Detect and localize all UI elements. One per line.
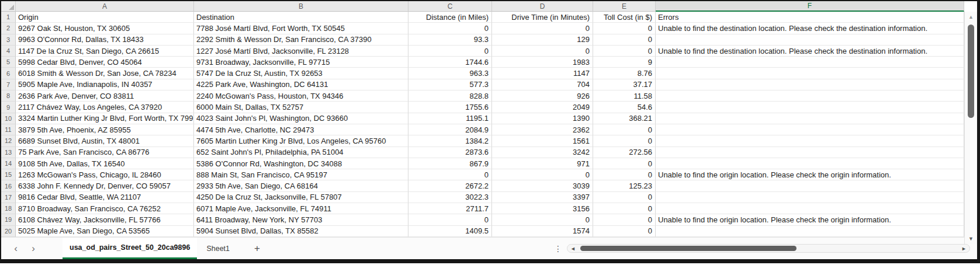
cell-A7[interactable]: 5905 Maple Ave, Indianapolis, IN 40357 bbox=[16, 79, 194, 90]
cell-E18[interactable]: 0 bbox=[593, 203, 656, 214]
col-header-D[interactable]: D bbox=[492, 1, 593, 12]
cell-D20[interactable]: 1574 bbox=[492, 226, 593, 237]
scroll-up-icon[interactable]: ▲ bbox=[965, 14, 977, 20]
cell-B11[interactable]: 4474 5th Ave, Charlotte, NC 29473 bbox=[194, 124, 408, 135]
header-cell-B1[interactable]: Destination bbox=[194, 12, 408, 23]
cell-C2[interactable]: 0 bbox=[408, 23, 492, 34]
col-header-A[interactable]: A bbox=[16, 1, 194, 12]
cell-B2[interactable]: 7788 José Martí Blvd, Fort Worth, TX 505… bbox=[194, 23, 408, 34]
cell-B8[interactable]: 2240 McGowan's Pass, Houston, TX 94346 bbox=[194, 90, 408, 102]
vertical-scrollbar[interactable]: ▲ ▼ bbox=[964, 12, 977, 244]
cell-A12[interactable]: 6689 Sunset Blvd, Austin, TX 48001 bbox=[16, 135, 194, 147]
cell-B12[interactable]: 7605 Martin Luther King Jr Blvd, Los Ang… bbox=[194, 135, 408, 147]
cell-D15[interactable]: 0 bbox=[492, 169, 593, 180]
cell-C5[interactable]: 1744.6 bbox=[408, 57, 492, 68]
cell-A10[interactable]: 3324 Martin Luther King Jr Blvd, Fort Wo… bbox=[16, 113, 194, 124]
cell-B17[interactable]: 4250 De la Cruz St, Jacksonville, FL 578… bbox=[194, 192, 408, 203]
row-number-14[interactable]: 14 bbox=[1, 158, 16, 169]
cell-D3[interactable]: 129 bbox=[492, 34, 593, 46]
cell-B3[interactable]: 2292 Smith & Wesson Dr, San Francisco, C… bbox=[194, 34, 408, 46]
sheet1-tab[interactable]: Sheet1 bbox=[197, 245, 239, 253]
cell-C20[interactable]: 1409.5 bbox=[408, 226, 492, 237]
cell-F13[interactable] bbox=[656, 147, 964, 158]
cell-F10[interactable] bbox=[656, 113, 964, 124]
cell-E7[interactable]: 37.17 bbox=[593, 79, 656, 90]
cell-C15[interactable]: 0 bbox=[408, 169, 492, 180]
cell-E11[interactable]: 0 bbox=[593, 124, 656, 135]
cell-C17[interactable]: 3022.3 bbox=[408, 192, 492, 203]
cell-A2[interactable]: 9267 Oak St, Houston, TX 30605 bbox=[16, 23, 194, 34]
cell-A14[interactable]: 9108 5th Ave, Dallas, TX 16540 bbox=[16, 158, 194, 169]
row-number-12[interactable]: 12 bbox=[1, 135, 16, 147]
cell-D10[interactable]: 1390 bbox=[492, 113, 593, 124]
cell-F6[interactable] bbox=[656, 68, 964, 79]
cell-D9[interactable]: 2049 bbox=[492, 102, 593, 113]
row-number-16[interactable]: 16 bbox=[1, 180, 16, 191]
cell-D11[interactable]: 2362 bbox=[492, 124, 593, 135]
row-number-6[interactable]: 6 bbox=[1, 68, 16, 79]
cell-E8[interactable]: 11.58 bbox=[593, 90, 656, 102]
cell-E2[interactable]: 0 bbox=[593, 23, 656, 34]
cell-B7[interactable]: 4225 Park Ave, Washington, DC 64131 bbox=[194, 79, 408, 90]
scroll-down-icon[interactable]: ▼ bbox=[965, 236, 977, 242]
select-all-corner[interactable] bbox=[1, 1, 16, 12]
header-cell-C1[interactable]: Distance (in Miles) bbox=[408, 12, 492, 23]
col-header-E[interactable]: E bbox=[593, 1, 656, 12]
cell-A20[interactable]: 5025 Maple Ave, San Diego, CA 53565 bbox=[16, 226, 194, 237]
cell-A11[interactable]: 3879 5th Ave, Phoenix, AZ 85955 bbox=[16, 124, 194, 135]
horizontal-scrollbar-thumb[interactable] bbox=[580, 246, 797, 251]
cell-D2[interactable]: 0 bbox=[492, 23, 593, 34]
prev-sheet-icon[interactable]: ‹ bbox=[7, 243, 25, 253]
row-number-8[interactable]: 8 bbox=[1, 90, 16, 102]
cell-A19[interactable]: 6108 Chávez Way, Jacksonville, FL 57766 bbox=[16, 214, 194, 225]
cell-D19[interactable]: 0 bbox=[492, 214, 593, 225]
cell-B16[interactable]: 2933 5th Ave, San Diego, CA 68164 bbox=[194, 180, 408, 191]
cell-F14[interactable] bbox=[656, 158, 964, 169]
cell-E3[interactable]: 0 bbox=[593, 34, 656, 46]
cell-C18[interactable]: 2711.7 bbox=[408, 203, 492, 214]
cell-A8[interactable]: 2636 Park Ave, Denver, CO 83811 bbox=[16, 90, 194, 102]
cell-E14[interactable]: 0 bbox=[593, 158, 656, 169]
cell-B6[interactable]: 5747 De la Cruz St, Austin, TX 92653 bbox=[194, 68, 408, 79]
row-number-7[interactable]: 7 bbox=[1, 79, 16, 90]
header-cell-E1[interactable]: Toll Cost (in $) bbox=[593, 12, 656, 23]
cell-A5[interactable]: 5998 Cedar Blvd, Denver, CO 45064 bbox=[16, 57, 194, 68]
cell-A15[interactable]: 1263 McGowan's Pass, Chicago, IL 28460 bbox=[16, 169, 194, 180]
cell-E15[interactable]: 0 bbox=[593, 169, 656, 180]
cell-F11[interactable] bbox=[656, 124, 964, 135]
header-cell-D1[interactable]: Drive Time (in Minutes) bbox=[492, 12, 593, 23]
col-header-F-selected[interactable]: F bbox=[656, 1, 964, 12]
cell-D13[interactable]: 3242 bbox=[492, 147, 593, 158]
row-number-2[interactable]: 2 bbox=[1, 23, 16, 34]
cell-B14[interactable]: 5386 O'Connor Rd, Washington, DC 34088 bbox=[194, 158, 408, 169]
cell-F3[interactable] bbox=[656, 34, 964, 46]
more-options-icon[interactable]: ⋮ bbox=[554, 244, 562, 253]
cell-E20[interactable]: 0 bbox=[593, 226, 656, 237]
cell-F7[interactable] bbox=[656, 79, 964, 90]
scroll-right-icon[interactable]: ► bbox=[961, 246, 967, 252]
cell-F2[interactable]: Unable to find the destination location.… bbox=[656, 23, 964, 34]
cell-D18[interactable]: 3156 bbox=[492, 203, 593, 214]
active-sheet-tab[interactable]: usa_od_pairs_Street_50_20ca9896 bbox=[63, 238, 197, 259]
cell-B19[interactable]: 6411 Broadway, New York, NY 57703 bbox=[194, 214, 408, 225]
cell-C10[interactable]: 1195.1 bbox=[408, 113, 492, 124]
cell-F17[interactable] bbox=[656, 192, 964, 203]
cell-E19[interactable]: 0 bbox=[593, 214, 656, 225]
next-sheet-icon[interactable]: › bbox=[25, 243, 42, 253]
row-number-9[interactable]: 9 bbox=[1, 102, 16, 113]
row-number-10[interactable]: 10 bbox=[1, 113, 16, 124]
row-number-17[interactable]: 17 bbox=[1, 192, 16, 203]
cell-A17[interactable]: 9816 Cedar Blvd, Seattle, WA 21107 bbox=[16, 192, 194, 203]
cell-D7[interactable]: 704 bbox=[492, 79, 593, 90]
cell-C19[interactable]: 0 bbox=[408, 214, 492, 225]
cell-B15[interactable]: 888 Main St, San Francisco, CA 95197 bbox=[194, 169, 408, 180]
cell-F5[interactable] bbox=[656, 57, 964, 68]
cell-D8[interactable]: 926 bbox=[492, 90, 593, 102]
cell-B13[interactable]: 652 Saint John's Pl, Philadelphia, PA 51… bbox=[194, 147, 408, 158]
row-number-1[interactable]: 1 bbox=[1, 12, 16, 23]
cell-D5[interactable]: 1983 bbox=[492, 57, 593, 68]
add-sheet-button[interactable]: + bbox=[254, 243, 260, 253]
cell-C8[interactable]: 828.8 bbox=[408, 90, 492, 102]
cell-F15[interactable]: Unable to find the origin location. Plea… bbox=[656, 169, 964, 180]
cell-A6[interactable]: 6018 Smith & Wesson Dr, San Jose, CA 782… bbox=[16, 68, 194, 79]
